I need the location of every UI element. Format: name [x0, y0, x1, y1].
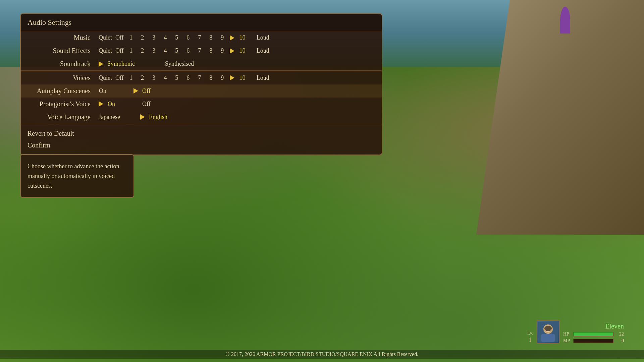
music-values[interactable]: Quiet Off 1 2 3 4 5 6 7 8 9 10 Loud: [95, 31, 382, 44]
music-9[interactable]: 9: [218, 34, 226, 41]
copyright: © 2017, 2020 ARMOR PROJECT/BIRD STUDIO/S…: [0, 350, 644, 359]
level-label: Lv.: [527, 330, 533, 336]
autoplay-values[interactable]: On Off: [95, 84, 382, 98]
music-10[interactable]: 10: [238, 34, 247, 41]
hud-stats: Eleven HP 22 MP 0: [563, 322, 624, 344]
protagonist-voice-values[interactable]: On Off: [95, 98, 382, 111]
voice-language-row[interactable]: Voice Language Japanese English: [21, 111, 382, 124]
avatar: [536, 320, 560, 344]
voices-1[interactable]: 1: [127, 74, 135, 81]
soundtrack-arrow-indicator: [99, 61, 103, 67]
voice-japanese[interactable]: Japanese: [99, 114, 120, 121]
voices-loud[interactable]: Loud: [257, 74, 269, 81]
sfx-7[interactable]: 7: [196, 47, 204, 54]
mp-bar: [573, 339, 613, 343]
hud: Lv. 1 Eleven HP 22 MP 0: [527, 320, 624, 344]
purple-figure: [560, 7, 570, 34]
sfx-5[interactable]: 5: [173, 47, 181, 54]
character-name: Eleven: [563, 322, 624, 330]
soundtrack-values[interactable]: Symphonic Synthesised: [95, 57, 382, 71]
protagonist-arrow-indicator: [99, 101, 103, 107]
voices-2[interactable]: 2: [139, 74, 147, 81]
revert-to-default-button[interactable]: Revert to Default: [28, 128, 74, 139]
sfx-4[interactable]: 4: [161, 47, 169, 54]
protagonist-voice-row[interactable]: Protagonist's Voice On Off: [21, 98, 382, 111]
voices-5[interactable]: 5: [173, 74, 181, 81]
soundtrack-row[interactable]: Soundtrack Symphonic Synthesised: [21, 57, 382, 71]
svg-point-4: [544, 326, 552, 331]
protagonist-off[interactable]: Off: [142, 101, 151, 108]
voices-label: Voices: [21, 71, 95, 84]
hp-bar: [573, 332, 613, 336]
hp-bar-fill: [574, 333, 613, 336]
settings-table: Music Quiet Off 1 2 3 4 5 6 7 8 9 10 Lou…: [21, 31, 382, 124]
music-3[interactable]: 3: [150, 34, 158, 41]
hp-row: HP 22: [563, 331, 624, 337]
hp-value: 22: [615, 331, 624, 337]
music-7[interactable]: 7: [196, 34, 204, 41]
svg-rect-3: [541, 334, 555, 342]
level-box: Lv. 1: [527, 330, 533, 344]
sfx-3[interactable]: 3: [150, 47, 158, 54]
sfx-2[interactable]: 2: [139, 47, 147, 54]
voices-4[interactable]: 4: [161, 74, 169, 81]
level-value: 1: [529, 337, 532, 344]
voices-6[interactable]: 6: [184, 74, 192, 81]
hp-label: HP: [563, 331, 571, 337]
mp-value: 0: [615, 338, 624, 344]
audio-settings-panel: Audio Settings Music Quiet Off 1 2 3 4 5…: [20, 13, 382, 155]
voices-9[interactable]: 9: [218, 74, 226, 81]
autoplay-cutscenes-label: Autoplay Cutscenes: [21, 84, 95, 98]
voice-language-values[interactable]: Japanese English: [95, 111, 382, 124]
confirm-button[interactable]: Confirm: [28, 139, 50, 151]
sound-effects-row[interactable]: Sound Effects Quiet Off 1 2 3 4 5 6 7 8 …: [21, 44, 382, 57]
autoplay-off[interactable]: Off: [142, 87, 151, 95]
autoplay-cutscenes-row[interactable]: Autoplay Cutscenes On Off: [21, 84, 382, 98]
autoplay-on[interactable]: On: [99, 87, 107, 95]
bottom-section: Revert to Default Confirm: [21, 124, 382, 155]
voice-english[interactable]: English: [149, 114, 167, 121]
music-loud[interactable]: Loud: [257, 34, 269, 41]
mp-row: MP 0: [563, 338, 624, 344]
music-4[interactable]: 4: [161, 34, 169, 41]
music-row[interactable]: Music Quiet Off 1 2 3 4 5 6 7 8 9 10 Lou…: [21, 31, 382, 44]
sfx-off[interactable]: Off: [115, 47, 124, 54]
voices-quiet[interactable]: Quiet: [99, 74, 112, 81]
voices-7[interactable]: 7: [196, 74, 204, 81]
sound-effects-values[interactable]: Quiet Off 1 2 3 4 5 6 7 8 9 10 Loud: [95, 44, 382, 57]
soundtrack-synthesised[interactable]: Synthesised: [165, 60, 194, 67]
sfx-8[interactable]: 8: [207, 47, 215, 54]
music-5[interactable]: 5: [173, 34, 181, 41]
info-box: Choose whether to advance the action man…: [20, 154, 134, 198]
voices-row[interactable]: Voices Quiet Off 1 2 3 4 5 6 7 8 9 10 Lo…: [21, 71, 382, 84]
panel-title: Audio Settings: [21, 14, 382, 31]
voices-8[interactable]: 8: [207, 74, 215, 81]
sfx-1[interactable]: 1: [127, 47, 135, 54]
sfx-6[interactable]: 6: [184, 47, 192, 54]
voice-language-arrow-indicator: [140, 114, 145, 120]
voices-10[interactable]: 10: [238, 74, 247, 81]
music-off[interactable]: Off: [115, 34, 124, 41]
sound-effects-label: Sound Effects: [21, 44, 95, 57]
sfx-quiet[interactable]: Quiet: [99, 47, 112, 54]
protagonist-on[interactable]: On: [107, 101, 115, 108]
music-quiet[interactable]: Quiet: [99, 34, 112, 41]
voices-off[interactable]: Off: [115, 74, 124, 81]
voice-language-label: Voice Language: [21, 111, 95, 124]
soundtrack-symphonic[interactable]: Symphonic: [107, 60, 135, 67]
info-text: Choose whether to advance the action man…: [28, 163, 119, 189]
music-1[interactable]: 1: [127, 34, 135, 41]
sfx-arrow-indicator: [230, 48, 234, 54]
sfx-10[interactable]: 10: [238, 47, 247, 54]
autoplay-arrow-indicator: [133, 88, 138, 94]
voices-3[interactable]: 3: [150, 74, 158, 81]
music-6[interactable]: 6: [184, 34, 192, 41]
music-arrow-indicator: [230, 35, 234, 41]
music-2[interactable]: 2: [139, 34, 147, 41]
music-8[interactable]: 8: [207, 34, 215, 41]
protagonist-voice-label: Protagonist's Voice: [21, 98, 95, 111]
sfx-loud[interactable]: Loud: [257, 47, 269, 54]
voices-values[interactable]: Quiet Off 1 2 3 4 5 6 7 8 9 10 Loud: [95, 71, 382, 84]
voices-arrow-indicator: [230, 75, 234, 80]
sfx-9[interactable]: 9: [218, 47, 226, 54]
